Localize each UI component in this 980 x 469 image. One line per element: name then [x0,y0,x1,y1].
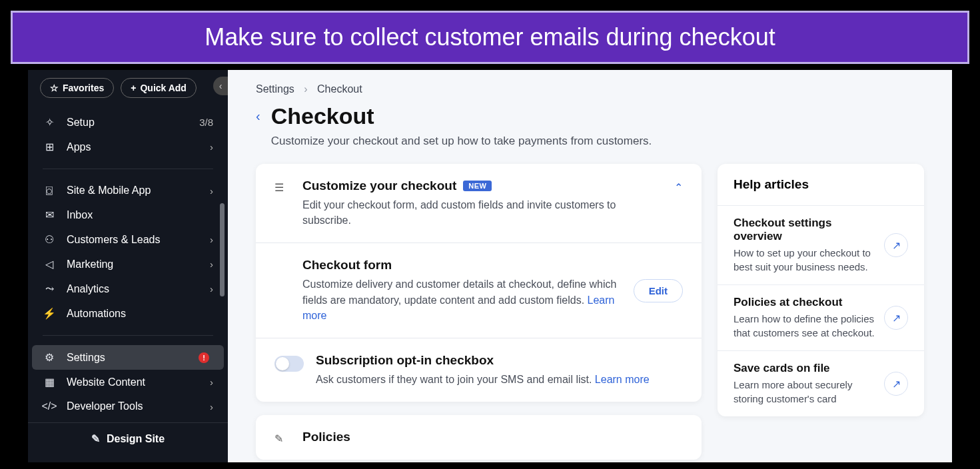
collapse-chevron-icon[interactable]: ⌃ [674,179,683,228]
star-icon: ☆ [50,83,59,93]
main-content: Settings › Checkout ‹ Checkout Customize… [228,70,952,462]
customize-checkout-section[interactable]: ☰ Customize your checkout NEW Edit your … [256,164,702,243]
apps-icon: ⊞ [43,141,56,153]
help-item-desc: Learn how to define the policies that cu… [734,309,876,340]
main-column: ☰ Customize your checkout NEW Edit your … [256,164,702,460]
chevron-right-icon: › [210,401,213,412]
nav-section-bottom: ⚙ Settings ! ▦ Website Content › </> Dev… [28,341,228,422]
breadcrumb-settings[interactable]: Settings [256,83,294,95]
people-icon: ⚇ [43,233,56,246]
banner-text: Make sure to collect customer emails dur… [205,23,775,51]
help-article-save-cards[interactable]: Save cards on file Learn more about secu… [718,351,924,416]
help-card: Help articles Checkout settings overview… [718,164,924,416]
help-text: Policies at checkout Learn how to define… [734,296,876,340]
favorites-pill[interactable]: ☆ Favorites [40,78,114,98]
plus-icon: + [131,83,136,93]
toggle-knob [276,357,289,370]
nav-settings[interactable]: ⚙ Settings ! [32,345,224,370]
checkout-form-desc-text: Customize delivery and customer details … [302,278,616,305]
help-title: Help articles [718,164,924,206]
subscription-body: Subscription opt-in checkbox Ask custome… [316,353,683,387]
help-item-title: Checkout settings overview [734,217,876,243]
quick-add-label: Quick Add [140,83,187,93]
external-link-icon[interactable]: ↗ [884,306,908,330]
nav-section-main: ⌼ Site & Mobile App › ✉ Inbox ⚇ Customer… [28,175,228,330]
checkout-form-body: Checkout form Customize delivery and cus… [302,258,622,323]
page-header-text: Checkout Customize your checkout and set… [271,103,652,148]
nav-apps-label: Apps [67,141,199,153]
subscription-toggle[interactable] [274,356,304,372]
rocket-icon: ✧ [43,116,56,129]
nav-section-top: ✧ Setup 3/8 ⊞ Apps › [28,106,228,163]
customize-body: Customize your checkout NEW Edit your ch… [302,179,662,228]
nav-site-mobile[interactable]: ⌼ Site & Mobile App › [28,179,228,203]
help-text: Checkout settings overview How to set up… [734,217,876,274]
help-article-checkout-overview[interactable]: Checkout settings overview How to set up… [718,206,924,285]
spacer [274,258,290,323]
devices-icon: ⌼ [43,185,56,197]
gear-icon: ⚙ [43,351,56,364]
nav-marketing-label: Marketing [67,258,199,270]
subscription-learn-more[interactable]: Learn more [595,374,650,385]
document-icon: ✎ [274,430,290,445]
chevron-right-icon: › [210,141,213,153]
nav-website-content[interactable]: ▦ Website Content › [28,370,228,394]
chevron-right-icon: › [210,185,213,197]
new-badge: NEW [463,181,492,191]
chevron-right-icon: › [210,258,213,270]
policies-title: Policies [302,430,350,444]
policies-section[interactable]: ✎ Policies [256,415,702,460]
external-link-icon[interactable]: ↗ [884,372,908,396]
content-row: ☰ Customize your checkout NEW Edit your … [228,164,952,460]
chevron-right-icon: › [210,283,213,294]
breadcrumb: Settings › Checkout [228,70,952,101]
stage: Make sure to collect customer emails dur… [0,0,980,469]
nav-divider [43,169,213,169]
nav-developer-label: Developer Tools [67,400,199,412]
instruction-banner: Make sure to collect customer emails dur… [11,11,969,64]
help-article-policies[interactable]: Policies at checkout Learn how to define… [718,285,924,351]
sidebar: ☆ Favorites + Quick Add ‹ ✧ Setup 3/8 [28,70,228,462]
alert-badge: ! [199,352,209,363]
design-site-button[interactable]: ✎ Design Site [28,422,228,454]
megaphone-icon: ◁ [43,258,56,270]
nav-website-label: Website Content [67,376,199,388]
design-site-label: Design Site [107,433,165,445]
envelope-icon: ✉ [43,209,56,221]
help-column: Help articles Checkout settings overview… [718,164,924,460]
subscription-desc: Ask customers if they want to join your … [316,368,683,387]
sidebar-scroll-thumb[interactable] [220,203,225,296]
policies-card: ✎ Policies [256,415,702,460]
nav-analytics[interactable]: ⤳ Analytics › [28,276,228,301]
nav-developer-tools[interactable]: </> Developer Tools › [28,394,228,418]
external-link-icon[interactable]: ↗ [884,233,908,257]
sidebar-pill-row: ☆ Favorites + Quick Add ‹ [28,70,228,106]
page-subtitle: Customize your checkout and set up how t… [271,129,652,148]
nav-setup[interactable]: ✧ Setup 3/8 [28,110,228,135]
subscription-optin-section: Subscription opt-in checkbox Ask custome… [256,338,702,402]
nav-automations[interactable]: ⚡ Automations [28,301,228,326]
back-button[interactable]: ‹ [256,103,260,124]
nav-inbox-label: Inbox [67,209,213,221]
chevron-right-icon: › [210,234,213,245]
help-text: Save cards on file Learn more about secu… [734,362,876,406]
page-title: Checkout [271,103,652,129]
nav-customers[interactable]: ⚇ Customers & Leads › [28,227,228,252]
checkout-form-desc: Customize delivery and customer details … [302,272,622,323]
chevron-right-icon: › [304,83,307,95]
customize-desc: Edit your checkout form, add custom fiel… [302,193,662,228]
nav-inbox[interactable]: ✉ Inbox [28,203,228,227]
help-item-desc: Learn more about securely storing custom… [734,375,876,406]
policies-body: Policies [302,430,683,445]
nav-setup-progress: 3/8 [199,117,213,128]
nav-apps[interactable]: ⊞ Apps › [28,135,228,159]
code-icon: </> [43,400,56,412]
edit-checkout-form-button[interactable]: Edit [634,279,683,302]
quick-add-pill[interactable]: + Quick Add [121,78,197,98]
checkout-form-section: Checkout form Customize delivery and cus… [256,243,702,338]
breadcrumb-checkout: Checkout [317,83,362,95]
nav-marketing[interactable]: ◁ Marketing › [28,252,228,276]
page-header: ‹ Checkout Customize your checkout and s… [228,101,952,164]
sidebar-collapse-button[interactable]: ‹ [213,77,228,95]
help-item-desc: How to set up your checkout to best suit… [734,243,876,274]
